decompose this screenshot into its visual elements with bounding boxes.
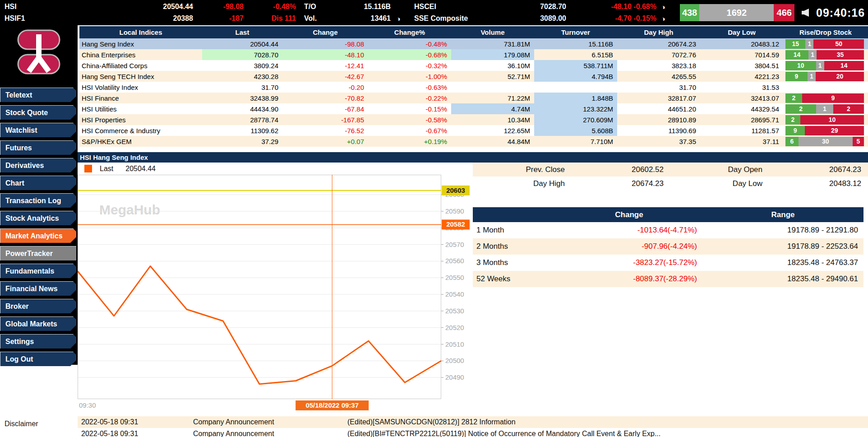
column-header: Last [202, 26, 282, 38]
cell-name: HSI Finance [79, 93, 202, 103]
sidebar-item-global-markets[interactable]: Global Markets [0, 316, 76, 331]
cell-rise-drop: 10114 [783, 60, 868, 71]
cell-last: 20504.44 [202, 38, 282, 49]
table-row-hsi-volatility-index[interactable]: HSI Volatility Index31.70-0.20-0.63%31.7… [79, 82, 868, 93]
cell-day-high: 20674.23 [617, 38, 700, 49]
period-row: 2 Months-907.96(-4.24%)19178.89 - 22523.… [473, 238, 863, 255]
y-tick-label: 20500 [445, 357, 464, 364]
cell-volume: 731.81M [451, 38, 534, 49]
column-header: Turnover [534, 26, 617, 38]
drop-count: 466 [774, 4, 794, 21]
news-time: 2022-05-18 09:31 [78, 418, 193, 426]
svg-text:05/18/2022 09:37: 05/18/2022 09:37 [305, 401, 359, 409]
sidebar-item-broker[interactable]: Broker [0, 299, 76, 313]
chart-legend: Last 20504.44 [78, 163, 473, 175]
cell-period: 3 Months [473, 255, 556, 271]
rise-drop-bar: 6305 [785, 137, 864, 146]
megahub-logo [0, 25, 78, 88]
disclaimer-link[interactable]: Disclaimer [5, 420, 38, 428]
cell-turnover: 123.322M [534, 103, 617, 114]
summary-value: 20674.23 [769, 163, 868, 177]
drop-segment: 29 [805, 126, 864, 135]
table-row-china-enterprises[interactable]: China Enterprises7028.70-48.10-0.68%179.… [79, 49, 868, 60]
cell-period-change: -907.96(-4.24%) [556, 238, 702, 255]
cell-day-high: 3823.18 [617, 60, 700, 71]
table-row-hsi-commerce-industry[interactable]: HSI Commerce & Industry11309.62-76.52-0.… [79, 125, 868, 136]
sidebar-item-teletext[interactable]: Teletext [0, 88, 76, 102]
cell-day-high: 31.70 [617, 82, 700, 93]
cell-last: 11309.62 [202, 125, 282, 136]
cell-rise-drop: 210 [783, 114, 868, 125]
sidebar-item-powertracker[interactable]: PowerTracker [0, 246, 76, 260]
cell-rise-drop: 14135 [783, 49, 868, 60]
topbar-to-value: 13461 [337, 14, 391, 23]
table-row-hang-seng-index[interactable]: Hang Seng Index20504.44-98.08-0.48%731.8… [79, 38, 868, 49]
sidebar-item-stock-quote[interactable]: Stock Quote [0, 105, 76, 120]
table-row-hang-seng-tech-index[interactable]: Hang Seng TECH Index4230.28-42.67-1.00%5… [79, 71, 868, 82]
sidebar-item-market-analytics[interactable]: Market Analytics [0, 228, 76, 243]
drop-segment: 35 [817, 50, 864, 60]
news-row[interactable]: 2022-05-18 09:31Company Announcement(Edi… [78, 416, 868, 428]
cell-name: China Enterprises [79, 49, 202, 60]
sidebar-item-fundamentals[interactable]: Fundamentals [0, 264, 76, 278]
sidebar-item-settings[interactable]: Settings [0, 334, 76, 349]
table-row-s-p-hkex-gem[interactable]: S&P/HKEx GEM37.29+0.07+0.19%44.84M7.710M… [79, 136, 868, 147]
cell-name: Hang Seng TECH Index [79, 71, 202, 82]
sidebar-item-log-out[interactable]: Log Out [0, 352, 76, 366]
x-axis-start-label: 09:30 [79, 401, 96, 409]
chart-svg[interactable]: MegaHub204902050020510205202053020540205… [78, 175, 473, 413]
period-change-table: ChangeRange 1 Month-1013.64(-4.71%)19178… [473, 207, 863, 287]
news-row[interactable]: 2022-05-18 09:31Company Announcement(Edi… [78, 428, 868, 437]
sidebar-item-stock-analytics[interactable]: Stock Analytics [0, 211, 76, 225]
cell-change-pct: -1.00% [368, 71, 451, 82]
intraday-chart[interactable]: MegaHub204902050020510205202053020540205… [78, 175, 473, 415]
cell-change: -42.67 [282, 71, 368, 82]
chart-title-bar: HSI Hang Seng Index [78, 152, 868, 163]
period-column-header: Range [702, 207, 863, 222]
table-row-hsi-finance[interactable]: HSI Finance32438.99-70.82-0.22%71.22M1.8… [79, 93, 868, 103]
column-header: Change% [368, 26, 451, 38]
cell-change-pct: -0.48% [368, 38, 451, 49]
sidebar-item-watchlist[interactable]: Watchlist [0, 123, 76, 137]
news-time: 2022-05-18 09:31 [78, 430, 193, 437]
news-headline: (Edited)[SAMSUNGCDGN(02812)] 2812 Inform… [347, 418, 868, 426]
speaker-icon[interactable] [800, 8, 810, 18]
cell-rise-drop [783, 82, 868, 93]
sidebar-item-financial-news[interactable]: Financial News [0, 281, 76, 296]
news-list: 2022-05-18 09:31Company Announcement(Edi… [78, 416, 868, 437]
cell-name: HSI Commerce & Industry [79, 125, 202, 136]
cell-volume [451, 82, 534, 93]
cell-turnover: 15.116B [534, 38, 617, 49]
cell-change: -0.20 [282, 82, 368, 93]
watermark: MegaHub [99, 202, 160, 217]
cell-day-high: 4265.55 [617, 71, 700, 82]
unchanged-segment: 30 [799, 137, 853, 146]
market-analytics-app: HSI20504.44-98.08-0.48%T/O15.116BHSCEI70… [0, 0, 868, 437]
news-category: Company Announcement [193, 418, 347, 426]
cell-period-change: -8089.37(-28.29%) [556, 271, 702, 287]
cell-turnover: 538.711M [534, 60, 617, 71]
sidebar-item-derivatives[interactable]: Derivatives [0, 158, 76, 172]
cell-volume: 44.84M [451, 136, 534, 147]
cell-day-low: 37.11 [700, 136, 783, 147]
series-color-swatch [84, 165, 92, 172]
topbar-to-label: Vol. [296, 14, 337, 23]
cell-change: +0.07 [282, 136, 368, 147]
cell-day-low: 28695.71 [700, 114, 783, 125]
cell-period: 52 Weeks [473, 271, 556, 287]
table-row-china-affiliated-corps[interactable]: China-Affiliated Corps3809.24-12.41-0.32… [79, 60, 868, 71]
cell-day-high: 37.35 [617, 136, 700, 147]
cell-change-pct: +0.19% [368, 136, 451, 147]
cell-day-low: 20483.12 [700, 38, 783, 49]
indices-header-row: Local IndicesLastChangeChange%VolumeTurn… [79, 26, 868, 38]
cell-change: -48.10 [282, 49, 368, 60]
period-table-header: ChangeRange [473, 207, 863, 222]
cell-change: -12.41 [282, 60, 368, 71]
sidebar-item-futures[interactable]: Futures [0, 140, 76, 155]
table-row-hsi-utilities[interactable]: HSI Utilities44434.90-67.84-0.15%4.74M12… [79, 103, 868, 114]
sidebar-item-transaction-log[interactable]: Transaction Log [0, 193, 76, 208]
column-header: Day High [617, 26, 700, 38]
cell-day-low: 44329.54 [700, 103, 783, 114]
sidebar-item-chart[interactable]: Chart [0, 176, 76, 190]
table-row-hsi-properties[interactable]: HSI Properties28778.74-167.85-0.58%10.34… [79, 114, 868, 125]
